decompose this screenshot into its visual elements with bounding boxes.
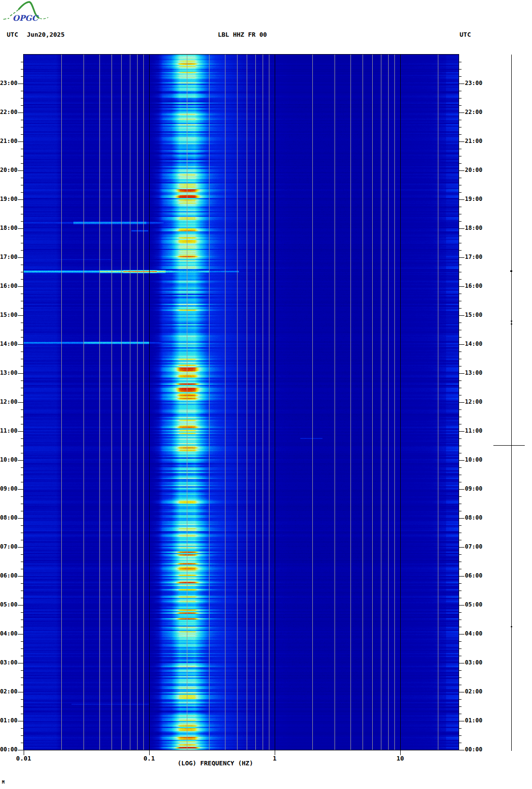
y-tick-right	[459, 388, 462, 388]
y-tick-left	[21, 308, 24, 309]
y-tick-left	[21, 735, 24, 736]
y-tick-right	[459, 315, 464, 316]
utc-right-label: UTC	[460, 31, 471, 38]
y-tick-left	[21, 76, 24, 77]
y-tick-left	[21, 62, 24, 62]
amplitude-trace-event-line	[493, 445, 525, 446]
y-axis-label-right: 12:00	[465, 398, 482, 405]
y-tick-right	[459, 149, 462, 149]
y-tick-right	[459, 721, 464, 721]
y-tick-left	[18, 170, 24, 171]
y-tick-left	[21, 185, 24, 185]
y-tick-left	[21, 178, 24, 178]
y-tick-right	[459, 170, 464, 171]
y-tick-right	[459, 323, 462, 323]
y-tick-left	[21, 127, 24, 127]
y-tick-left	[21, 323, 24, 323]
y-tick-right	[459, 714, 462, 714]
y-tick-right	[459, 533, 462, 533]
y-tick-left	[21, 294, 24, 294]
y-tick-left	[21, 496, 24, 497]
y-axis-label-left: 03:00	[0, 659, 17, 666]
y-axis-label-left: 04:00	[0, 630, 17, 637]
y-tick-right	[459, 656, 462, 656]
y-tick-left	[21, 207, 24, 207]
y-tick-left	[21, 583, 24, 584]
y-tick-right	[459, 134, 462, 135]
y-tick-left	[21, 214, 24, 214]
y-axis-label-right: 13:00	[465, 369, 482, 376]
y-tick-left	[21, 149, 24, 149]
y-axis-label-left: 17:00	[0, 254, 17, 260]
y-tick-left	[21, 511, 24, 511]
y-tick-right	[459, 518, 464, 519]
y-tick-right	[459, 199, 464, 200]
y-tick-left	[21, 417, 24, 417]
y-tick-left	[21, 685, 24, 685]
y-tick-right	[459, 228, 464, 229]
y-tick-left	[21, 540, 24, 540]
y-tick-right	[459, 677, 462, 678]
y-tick-left	[21, 453, 24, 453]
y-tick-left	[18, 228, 24, 229]
y-tick-left	[21, 265, 24, 265]
y-tick-right	[459, 265, 462, 265]
y-tick-left	[21, 446, 24, 446]
y-tick-left	[21, 134, 24, 135]
y-tick-left	[21, 221, 24, 222]
y-tick-right	[459, 243, 462, 243]
y-tick-left	[21, 670, 24, 671]
y-tick-left	[18, 750, 24, 750]
y-tick-left	[21, 699, 24, 700]
y-tick-left	[21, 69, 24, 70]
y-tick-right	[459, 178, 462, 178]
y-tick-left	[21, 641, 24, 642]
y-tick-left	[21, 612, 24, 613]
y-tick-left	[21, 250, 24, 251]
y-axis-label-left: 21:00	[0, 138, 17, 144]
opgc-logo: OPGC	[3, 1, 51, 25]
y-tick-left	[18, 605, 24, 606]
y-tick-left	[21, 569, 24, 569]
y-axis-label-left: 05:00	[0, 601, 17, 608]
y-tick-left	[21, 562, 24, 562]
y-tick-right	[459, 141, 464, 142]
y-tick-right	[459, 156, 462, 156]
y-axis-label-right: 03:00	[465, 659, 482, 666]
y-tick-right	[459, 185, 462, 185]
y-tick-right	[459, 627, 462, 627]
y-tick-left	[18, 518, 24, 519]
y-tick-right	[459, 417, 462, 417]
y-tick-right	[459, 127, 462, 127]
y-tick-right	[459, 257, 464, 258]
y-axis-label-left: 15:00	[0, 311, 17, 318]
y-tick-right	[459, 663, 464, 663]
y-axis-label-left: 06:00	[0, 572, 17, 579]
x-axis-tick-label: 0.01	[16, 755, 31, 762]
y-tick-right	[459, 489, 464, 490]
y-tick-right	[459, 699, 462, 700]
y-tick-right	[459, 612, 462, 613]
y-tick-right	[459, 221, 462, 222]
y-tick-left	[21, 482, 24, 482]
y-tick-right	[459, 648, 462, 649]
y-tick-right	[459, 525, 462, 526]
y-tick-right	[459, 279, 462, 280]
spectrogram-canvas	[24, 55, 459, 750]
y-tick-left	[21, 91, 24, 91]
y-tick-right	[459, 308, 462, 309]
x-axis-tick-label: 1	[273, 755, 277, 762]
y-tick-left	[21, 156, 24, 156]
y-axis-label-left: 14:00	[0, 340, 17, 347]
y-tick-right	[459, 98, 462, 99]
y-tick-right	[459, 236, 462, 236]
y-tick-right	[459, 344, 464, 345]
y-tick-right	[459, 395, 462, 395]
y-tick-left	[21, 504, 24, 504]
y-tick-right	[459, 692, 464, 692]
y-tick-left	[18, 257, 24, 258]
amplitude-trace-mark	[511, 324, 512, 324]
y-tick-right	[459, 352, 462, 352]
y-tick-right	[459, 294, 462, 294]
y-tick-right	[459, 330, 462, 330]
